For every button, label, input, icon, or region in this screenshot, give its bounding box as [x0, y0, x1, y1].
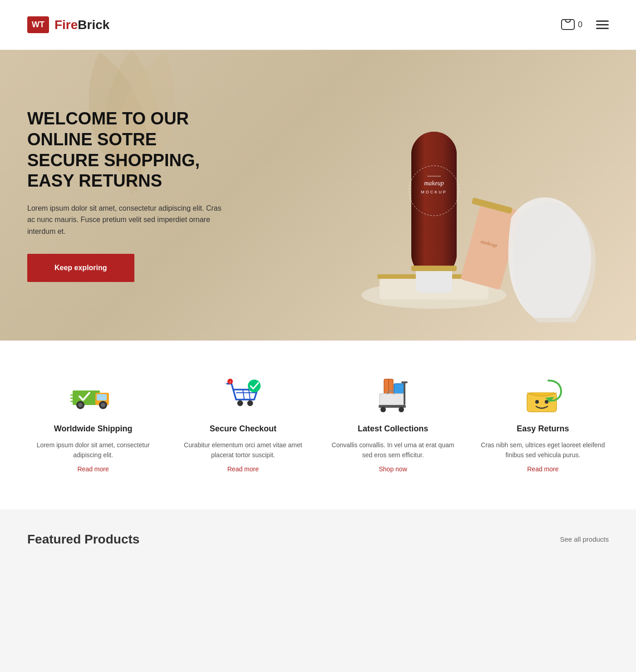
- checkout-icon: !: [220, 377, 266, 413]
- features-section: Worldwide Shipping Lorem ipsum dolor sit…: [0, 341, 636, 509]
- svg-point-29: [237, 400, 243, 406]
- svg-point-41: [380, 407, 386, 412]
- feature-desc-collections: Convallis convallis. In vel urna at erat…: [330, 440, 457, 460]
- svg-line-28: [249, 390, 250, 400]
- menu-line-2: [596, 24, 609, 25]
- feature-desc-returns: Cras nibh sem, ultrices eget laoreet ele…: [479, 440, 606, 460]
- svg-rect-5: [411, 132, 457, 277]
- collections-icon: [370, 377, 416, 413]
- svg-rect-18: [97, 394, 107, 400]
- logo-area[interactable]: WT FireBrick: [27, 16, 109, 33]
- hero-description: Lorem ipsum dolor sit amet, consectetur …: [27, 203, 227, 237]
- svg-rect-39: [380, 394, 404, 405]
- returns-icon: [520, 377, 566, 413]
- svg-point-42: [399, 407, 404, 412]
- feature-desc-checkout: Curabitur elementum orci amet vitae amet…: [179, 440, 306, 460]
- logo-box: WT: [27, 16, 49, 33]
- svg-rect-0: [562, 20, 574, 30]
- feature-link-shipping[interactable]: Read more: [77, 465, 108, 473]
- svg-rect-37: [394, 384, 404, 394]
- see-all-products-link[interactable]: See all products: [560, 535, 609, 543]
- shipping-icon: [70, 377, 116, 413]
- cart-count: 0: [578, 20, 582, 30]
- feature-link-collections[interactable]: Shop now: [379, 465, 407, 473]
- hero-title: WELCOME TO OUR ONLINE SOTRE SECURE SHOPP…: [27, 109, 227, 191]
- feature-title-returns: Easy Returns: [479, 424, 606, 434]
- featured-products-title: Featured Products: [27, 532, 139, 547]
- feature-title-checkout: Secure Checkout: [179, 424, 306, 434]
- menu-line-3: [596, 28, 609, 29]
- svg-point-48: [545, 400, 548, 404]
- svg-line-27: [243, 390, 244, 400]
- feature-worldwide-shipping: Worldwide Shipping Lorem ipsum dolor sit…: [30, 377, 157, 473]
- cart-button[interactable]: 0: [561, 18, 582, 32]
- svg-rect-43: [404, 381, 405, 405]
- svg-text:MOCKUP: MOCKUP: [421, 190, 447, 194]
- feature-title-collections: Latest Collections: [330, 424, 457, 434]
- svg-text:makeup: makeup: [424, 180, 444, 187]
- feature-latest-collections: Latest Collections Convallis convallis. …: [330, 377, 457, 473]
- feature-desc-shipping: Lorem ipsum dolor sit amet, consectetur …: [30, 440, 157, 460]
- feature-link-checkout[interactable]: Read more: [227, 465, 259, 473]
- keep-exploring-button[interactable]: Keep exploring: [27, 254, 134, 282]
- svg-point-47: [535, 400, 539, 404]
- svg-text:!: !: [230, 380, 231, 384]
- feature-secure-checkout: ! Secure Checkout Curabitur elementum or…: [179, 377, 306, 473]
- header-right: 0: [561, 18, 609, 32]
- svg-point-22: [101, 403, 105, 407]
- svg-rect-44: [401, 381, 408, 383]
- menu-line-1: [596, 20, 609, 22]
- hamburger-menu-button[interactable]: [596, 20, 609, 29]
- svg-rect-7: [411, 266, 457, 271]
- featured-products-section: Featured Products See all products: [0, 509, 636, 560]
- hero-content: WELCOME TO OUR ONLINE SOTRE SECURE SHOPP…: [0, 109, 254, 282]
- hero-products: makeup MOCKUP makeup: [296, 50, 636, 341]
- hero-section: WELCOME TO OUR ONLINE SOTRE SECURE SHOPP…: [0, 50, 636, 341]
- logo-brick: Brick: [78, 18, 109, 32]
- cart-icon: [561, 18, 575, 32]
- svg-point-30: [247, 400, 253, 406]
- logo-fire: Fire: [54, 18, 78, 32]
- logo-text: FireBrick: [54, 18, 109, 32]
- site-header: WT FireBrick 0: [0, 0, 636, 50]
- feature-link-returns[interactable]: Read more: [527, 465, 558, 473]
- svg-point-20: [78, 403, 83, 407]
- product-tube-illustration: makeup MOCKUP makeup: [307, 59, 625, 341]
- feature-title-shipping: Worldwide Shipping: [30, 424, 157, 434]
- svg-rect-6: [416, 268, 452, 293]
- feature-easy-returns: Easy Returns Cras nibh sem, ultrices ege…: [479, 377, 606, 473]
- svg-point-31: [248, 380, 261, 392]
